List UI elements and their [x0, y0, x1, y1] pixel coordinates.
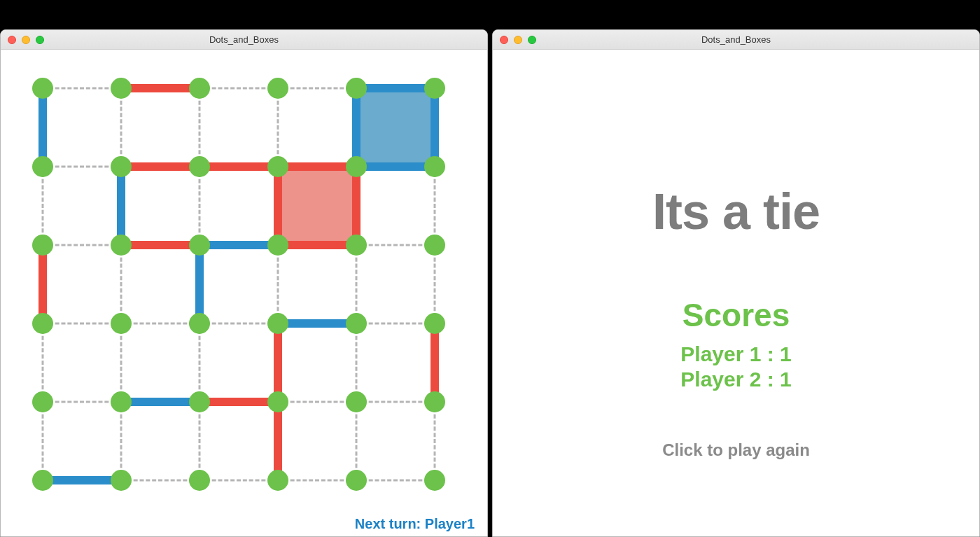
- dot: [32, 391, 53, 412]
- dot: [346, 470, 367, 491]
- dot: [424, 470, 445, 491]
- v-edge[interactable]: [199, 167, 201, 245]
- top-black-bar: [0, 0, 980, 29]
- minimize-icon[interactable]: [514, 36, 522, 44]
- h-edge[interactable]: [200, 480, 278, 482]
- v-edge[interactable]: [42, 402, 44, 480]
- box-red: [278, 167, 356, 245]
- window-title: Dots_and_Boxes: [493, 34, 979, 45]
- close-icon[interactable]: [8, 36, 16, 44]
- dot: [32, 470, 53, 491]
- next-turn-label: Next turn: Player1: [355, 516, 475, 532]
- v-edge: [195, 245, 204, 323]
- dot: [424, 391, 445, 412]
- v-edge[interactable]: [42, 323, 44, 402]
- minimize-icon[interactable]: [22, 36, 30, 44]
- h-edge[interactable]: [278, 401, 356, 403]
- h-edge[interactable]: [43, 323, 121, 325]
- h-edge[interactable]: [43, 88, 121, 90]
- windows-container: Dots_and_Boxes Next turn: Player1 Dots_a…: [0, 29, 980, 537]
- v-edge[interactable]: [199, 88, 201, 167]
- h-edge[interactable]: [43, 401, 121, 403]
- dot: [346, 313, 367, 334]
- h-edge: [278, 241, 356, 249]
- h-edge[interactable]: [200, 88, 278, 90]
- v-edge[interactable]: [199, 402, 201, 480]
- dot: [189, 391, 210, 412]
- v-edge[interactable]: [434, 167, 436, 245]
- v-edge: [274, 402, 282, 480]
- h-edge[interactable]: [43, 244, 121, 246]
- dot: [424, 235, 445, 256]
- v-edge[interactable]: [42, 167, 44, 245]
- h-edge[interactable]: [121, 323, 200, 325]
- dot: [346, 235, 367, 256]
- traffic-lights: [500, 36, 536, 44]
- dot: [424, 78, 445, 99]
- v-edge[interactable]: [356, 323, 358, 402]
- result-headline: Its a tie: [493, 183, 979, 240]
- dot: [189, 235, 210, 256]
- scores-header: Scores: [493, 296, 979, 334]
- v-edge[interactable]: [120, 245, 122, 323]
- titlebar[interactable]: Dots_and_Boxes: [493, 30, 979, 50]
- dot: [267, 470, 288, 491]
- result-panel: Its a tie Scores Player 1 : 1 Player 2 :…: [493, 50, 979, 460]
- player2-score: Player 2 : 1: [493, 368, 979, 391]
- v-edge[interactable]: [356, 402, 358, 480]
- v-edge: [117, 167, 125, 245]
- dot: [267, 391, 288, 412]
- game-board[interactable]: [22, 78, 456, 512]
- v-edge[interactable]: [277, 88, 279, 167]
- h-edge[interactable]: [356, 323, 435, 325]
- h-edge[interactable]: [278, 88, 356, 90]
- zoom-icon[interactable]: [36, 36, 44, 44]
- h-edge: [43, 476, 121, 484]
- dot: [346, 156, 367, 177]
- dot: [346, 78, 367, 99]
- play-again-button[interactable]: Click to play again: [493, 440, 979, 460]
- h-edge[interactable]: [356, 480, 435, 482]
- dot: [267, 78, 288, 99]
- v-edge[interactable]: [434, 402, 436, 480]
- result-content[interactable]: Its a tie Scores Player 1 : 1 Player 2 :…: [493, 50, 979, 536]
- player1-score: Player 1 : 1: [493, 342, 979, 366]
- v-edge[interactable]: [120, 323, 122, 402]
- close-icon[interactable]: [500, 36, 508, 44]
- dot: [424, 156, 445, 177]
- dot: [424, 313, 445, 334]
- h-edge: [121, 241, 200, 249]
- v-edge[interactable]: [120, 88, 122, 167]
- h-edge[interactable]: [356, 401, 435, 403]
- v-edge[interactable]: [120, 402, 122, 480]
- h-edge[interactable]: [43, 166, 121, 168]
- dot: [111, 235, 132, 256]
- h-edge[interactable]: [200, 323, 278, 325]
- v-edge: [430, 323, 439, 402]
- h-edge[interactable]: [121, 480, 200, 482]
- titlebar[interactable]: Dots_and_Boxes: [1, 30, 487, 50]
- v-edge: [274, 167, 282, 245]
- window-title: Dots_and_Boxes: [1, 34, 487, 45]
- h-edge: [278, 319, 356, 328]
- dot: [111, 156, 132, 177]
- dot: [189, 470, 210, 491]
- h-edge[interactable]: [278, 480, 356, 482]
- dot: [32, 313, 53, 334]
- dot: [346, 391, 367, 412]
- dot: [32, 78, 53, 99]
- v-edge: [430, 88, 439, 167]
- box-blue: [356, 88, 435, 167]
- v-edge[interactable]: [356, 245, 358, 323]
- dot: [111, 470, 132, 491]
- v-edge: [38, 245, 47, 323]
- v-edge[interactable]: [277, 245, 279, 323]
- dot: [111, 313, 132, 334]
- h-edge: [121, 398, 200, 406]
- v-edge[interactable]: [199, 323, 201, 402]
- h-edge[interactable]: [356, 244, 435, 246]
- zoom-icon[interactable]: [528, 36, 536, 44]
- dot: [111, 78, 132, 99]
- dot: [32, 235, 53, 256]
- v-edge[interactable]: [434, 245, 436, 323]
